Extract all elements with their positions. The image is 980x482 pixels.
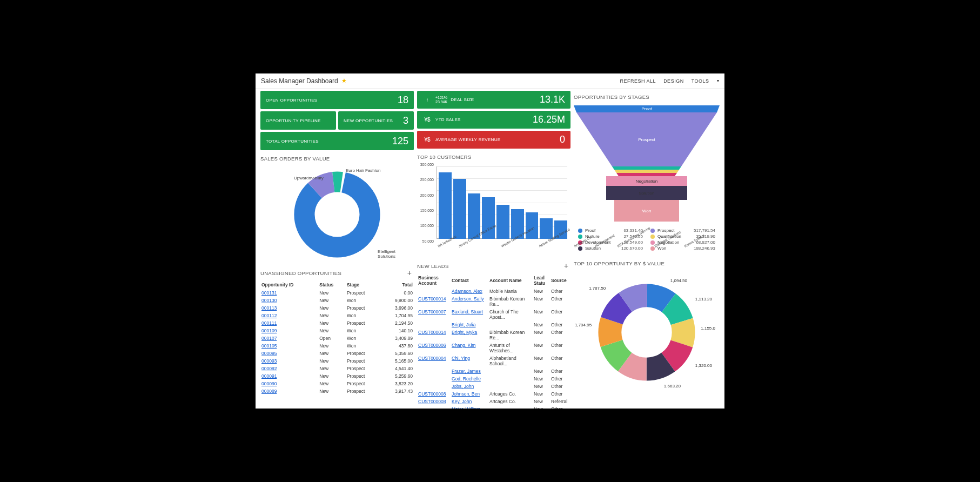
contact-link[interactable]: Johnson, Ben [452,391,480,397]
add-unassigned-button[interactable]: + [405,269,414,277]
slice-label: 1,094.50 [670,278,687,283]
cell-lead-status: New [533,383,550,390]
col-contact[interactable]: Contact [451,273,488,287]
legend-item[interactable]: Proof 63,331.40 [578,228,643,233]
bar[interactable] [453,179,466,239]
table-row: 000111 New Prospect 2,194.50 [260,319,414,327]
contact-link[interactable]: Key, John [452,399,472,404]
opportunity-link[interactable]: 000095 [261,351,277,356]
tile-value: 13.1K [540,94,565,105]
bar[interactable] [540,218,553,239]
col-stage[interactable]: Stage [346,280,380,289]
business-account-link[interactable]: CUST000004 [418,356,446,361]
caret-down-icon[interactable]: ▾ [717,78,720,84]
opportunity-link[interactable]: 000111 [261,320,277,326]
cell-source: Other [550,390,570,398]
table-row: CUST000014 Bright, Myka Bibimbab Korean … [417,329,570,342]
funnel-segment[interactable]: Negotiation [606,176,687,186]
business-account-link[interactable]: CUST000014 [418,330,446,335]
contact-link[interactable]: Adamson, Alex [452,289,482,294]
cell-lead-status: New [533,405,550,409]
top10-opportunity-chart: 1,094.50 1,113.20 1,155.0 1,320.00 1,663… [574,273,720,392]
col-total[interactable]: Total [380,280,414,289]
col-status[interactable]: Status [318,280,346,289]
cell-account [488,367,533,375]
opportunity-link[interactable]: 000090 [261,381,277,386]
opportunity-link[interactable]: 000091 [261,373,277,379]
tile-new-opportunities[interactable]: NEW OPPORTUNITIES 3 [338,111,414,130]
funnel-segment[interactable] [614,170,679,173]
opportunity-link[interactable]: 000113 [261,305,277,311]
opportunity-link[interactable]: 000105 [261,343,277,349]
col-business-account[interactable]: Business Account [417,273,451,287]
col-account-name[interactable]: Account Name [488,273,533,287]
funnel-segment[interactable]: Won [614,200,679,222]
tile-opportunity-pipeline[interactable]: OPPORTUNITY PIPELINE [260,111,336,130]
tile-value: 125 [392,136,408,147]
refresh-all-button[interactable]: REFRESH ALL [620,78,656,84]
funnel-stage-label: Proof [641,106,652,111]
tile-deal-size[interactable]: ↑ +121% 23.94K DEAL SIZE 13.1K [417,91,570,109]
donut-label-etell: Etelligent Solutions [378,249,395,259]
page-title: Sales Manager Dashboard [261,77,338,85]
contact-link[interactable]: Chang, Kim [452,343,475,348]
cell-lead-status: New [533,354,550,367]
funnel-segment[interactable] [612,166,681,170]
cell-stage: Prospect [346,357,380,365]
contact-link[interactable]: Major, William [452,406,480,409]
donut-chart-icon [294,171,380,258]
business-account-link[interactable]: CUST000008 [418,399,446,404]
funnel-segment[interactable] [616,173,677,176]
contact-link[interactable]: Baxland, Stuart [452,309,483,314]
bar[interactable] [439,172,452,239]
opportunity-link[interactable]: 000131 [261,290,277,296]
cell-status: New [318,372,346,380]
col-source[interactable]: Source [550,273,570,287]
col-lead-status[interactable]: Lead Statu [533,273,550,287]
contact-link[interactable]: Chi, Ying [452,356,470,361]
funnel-segment[interactable]: Prospect [576,112,717,166]
cell-total: 3,823.20 [380,380,414,387]
tile-average-weekly-revenue[interactable]: ¥$ AVERAGE WEEKLY REVENUE 0 [417,131,570,149]
table-row: 000113 New Prospect 3,696.00 [260,304,414,312]
business-account-link[interactable]: CUST000007 [418,309,446,314]
business-account-link[interactable]: CUST000014 [418,296,446,302]
col-opp-id[interactable]: Opportunity ID [260,280,318,289]
contact-link[interactable]: Jobs, John [452,384,474,389]
legend-item[interactable]: Prospect 517,791.54 [650,228,715,233]
opportunity-link[interactable]: 000089 [261,389,277,394]
add-lead-button[interactable]: + [562,262,570,270]
opportunity-link[interactable]: 000130 [261,298,277,303]
cell-status: New [318,380,346,387]
tile-total-opportunities[interactable]: TOTAL OPPORTUNITIES 125 [260,132,414,150]
opportunity-link[interactable]: 000092 [261,366,277,371]
opportunity-link[interactable]: 000107 [261,336,277,341]
tools-button[interactable]: TOOLS [692,78,709,84]
opportunity-link[interactable]: 000093 [261,358,277,364]
contact-link[interactable]: Frazer, James [452,369,481,374]
opportunity-link[interactable]: 000109 [261,328,277,333]
y-tick: 100,000 [420,224,435,227]
tile-open-opportunities[interactable]: OPEN OPPORTUNITIES 18 [260,91,414,109]
contact-link[interactable]: Bright, Myka [452,330,477,335]
funnel-segment[interactable]: Proof [574,105,720,112]
funnel-stage-label: Negotiation [636,179,657,184]
tile-ytd-sales[interactable]: ¥$ YTD SALES 16.25M [417,111,570,129]
opportunity-link[interactable]: 000112 [261,313,277,318]
star-icon[interactable]: ★ [341,77,347,84]
table-row: 000131 New Prospect 0.00 [260,289,414,297]
dashboard-frame: Sales Manager Dashboard ★ REFRESH ALL DE… [256,73,724,409]
funnel-segment[interactable]: Solution [606,186,687,200]
cell-status: New [318,357,346,365]
contact-link[interactable]: Anderson, Sally [452,296,484,302]
business-account-link[interactable]: CUST000008 [418,391,446,397]
table-row: CUST000007 Baxland, Stuart Church of The… [417,308,570,321]
sales-orders-donut: Euro Hair Fashion Upwardmobility Etellig… [260,166,414,263]
cell-source: Other [550,367,570,375]
contact-link[interactable]: God, Rochelle [452,376,481,381]
contact-link[interactable]: Bright, Julia [452,322,475,327]
design-button[interactable]: DESIGN [663,78,684,84]
cell-lead-status: New [533,367,550,375]
business-account-link[interactable]: CUST000006 [418,343,446,348]
cell-status: New [318,312,346,319]
